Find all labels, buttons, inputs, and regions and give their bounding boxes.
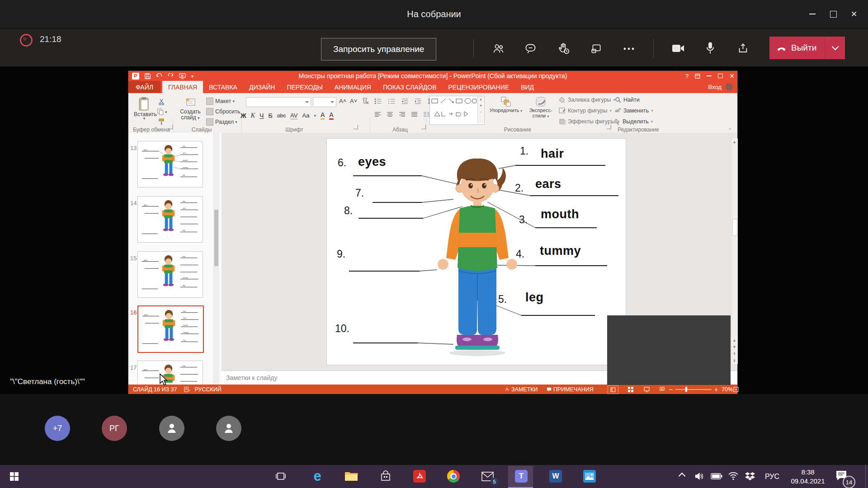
italic-button[interactable]: К xyxy=(251,112,255,119)
replace-button[interactable]: ab Заменить▾ xyxy=(615,108,653,114)
shape-fill-button[interactable]: Заливка фигуры▾ xyxy=(559,97,615,103)
redo-icon[interactable] xyxy=(168,73,174,79)
zoom-level[interactable]: 70% xyxy=(722,386,733,393)
tab-file[interactable]: ФАЙЛ xyxy=(128,81,160,93)
select-button[interactable]: Выделить▾ xyxy=(615,118,653,125)
grow-font-icon[interactable]: A˄ xyxy=(339,98,346,104)
change-case-button[interactable]: Аа xyxy=(302,112,309,119)
leave-options-chevron[interactable] xyxy=(825,37,845,59)
sign-in-link[interactable]: Вход xyxy=(708,84,722,90)
task-view-icon[interactable] xyxy=(274,469,288,483)
app-icon-edge[interactable]: e xyxy=(310,469,325,483)
participant-avatar[interactable] xyxy=(216,416,241,441)
app-icon-store[interactable] xyxy=(378,469,393,483)
minimize-button[interactable] xyxy=(802,5,823,23)
underline-button[interactable]: Ч xyxy=(259,112,264,119)
tab-home[interactable]: ГЛАВНАЯ xyxy=(162,81,203,93)
fit-to-window-icon[interactable] xyxy=(733,387,739,392)
app-icon-word[interactable]: W xyxy=(548,469,563,483)
slide-scrollbar-thumb[interactable] xyxy=(732,219,737,236)
leave-button[interactable]: Выйти xyxy=(769,37,825,59)
text-shadow-button[interactable]: abc xyxy=(277,113,286,119)
app-icon-file-explorer[interactable] xyxy=(344,469,359,483)
battery-icon[interactable] xyxy=(711,473,722,479)
clock[interactable]: 8:38 09.04.2021 xyxy=(788,468,827,486)
app-icon-acrobat[interactable] xyxy=(412,469,427,483)
close-button[interactable]: ✕ xyxy=(844,5,864,23)
new-slide-button[interactable]: Создать слайд ▾ xyxy=(177,96,203,129)
bold-button[interactable]: Ж xyxy=(241,112,246,119)
language-indicator[interactable]: РУССКИЙ xyxy=(194,386,221,393)
customize-qat-icon[interactable]: ▾ xyxy=(191,74,193,79)
tab-slideshow[interactable]: ПОКАЗ СЛАЙДОВ xyxy=(377,81,443,93)
zoom-in-icon[interactable]: + xyxy=(714,386,718,393)
normal-view-button[interactable] xyxy=(608,385,618,394)
show-desktop-divider[interactable] xyxy=(865,465,866,488)
strikethrough-button[interactable]: S xyxy=(268,112,272,119)
quick-styles-button[interactable]: Экспресс- стили ▾ xyxy=(526,96,555,119)
volume-icon[interactable] xyxy=(694,471,704,481)
paste-button[interactable]: Вставить ▾ xyxy=(134,96,155,129)
tab-insert[interactable]: ВСТАВКА xyxy=(203,81,243,93)
character-spacing-button[interactable]: AV xyxy=(290,112,297,119)
ribbon-display-icon[interactable] xyxy=(695,74,700,79)
app-icon-teams[interactable]: T xyxy=(514,469,528,483)
maximize-button[interactable] xyxy=(823,5,844,23)
chat-icon[interactable] xyxy=(524,42,537,55)
slide-thumbnail-15[interactable]: haireyestummyleg xyxy=(137,251,203,298)
ppt-close-icon[interactable]: ✕ xyxy=(729,72,735,80)
paragraph-dialog-launcher[interactable] xyxy=(421,125,426,129)
cut-icon[interactable] xyxy=(158,99,165,105)
copy-icon[interactable]: ▾ xyxy=(157,108,167,115)
shapes-gallery[interactable]: ▴▾⹀ xyxy=(429,96,485,125)
arrange-button[interactable]: Упорядочить ▾ xyxy=(488,96,524,113)
raise-hand-icon[interactable] xyxy=(557,42,570,55)
shrink-font-icon[interactable]: A˅ xyxy=(350,98,357,104)
save-icon[interactable] xyxy=(145,73,151,79)
font-color-button[interactable]: А xyxy=(329,111,333,120)
app-icon-chrome[interactable] xyxy=(446,469,461,483)
slide-nav-arrows[interactable]: ▲▼⇞⇟ xyxy=(732,337,736,364)
tab-animations[interactable]: АНИМАЦИЯ xyxy=(329,81,377,93)
undo-icon[interactable] xyxy=(156,73,162,79)
tray-hidden-icons-chevron[interactable] xyxy=(679,474,684,479)
format-painter-icon[interactable] xyxy=(158,118,165,125)
reading-view-icon[interactable] xyxy=(644,387,650,392)
tab-review[interactable]: РЕЦЕНЗИРОВАНИЕ xyxy=(442,81,515,93)
align-right-icon[interactable] xyxy=(399,112,406,117)
tab-design[interactable]: ДИЗАЙН xyxy=(243,81,281,93)
scroll-up-icon[interactable]: ▲ xyxy=(732,140,736,144)
ppt-minimize-icon[interactable] xyxy=(707,75,712,76)
slide-thumbnail-16-selected[interactable]: hairearsmouthtummyeyesleg xyxy=(137,305,204,353)
comments-toggle[interactable]: ПРИМЕЧАНИЯ xyxy=(547,385,594,394)
spellcheck-icon[interactable] xyxy=(184,386,190,392)
increase-indent-icon[interactable] xyxy=(415,98,421,104)
zoom-slider-thumb[interactable] xyxy=(685,387,687,392)
ppt-help-icon[interactable]: ? xyxy=(685,73,689,80)
camera-icon[interactable] xyxy=(672,43,684,54)
font-size-combobox[interactable] xyxy=(313,97,336,107)
font-dialog-launcher[interactable] xyxy=(354,125,358,129)
highlight-color-button[interactable]: А xyxy=(321,111,325,120)
account-avatar[interactable] xyxy=(725,83,733,91)
zoom-slider-track[interactable] xyxy=(675,389,712,390)
numbering-icon[interactable] xyxy=(388,98,395,104)
language-indicator[interactable]: РУС xyxy=(765,473,779,481)
wifi-icon[interactable] xyxy=(728,471,739,480)
clear-formatting-icon[interactable] xyxy=(362,98,369,104)
justify-icon[interactable] xyxy=(411,112,418,117)
app-icon-photos[interactable] xyxy=(582,469,597,483)
slide-thumbnail-17[interactable]: haireyes xyxy=(137,361,203,385)
align-left-icon[interactable] xyxy=(374,112,381,117)
zoom-out-icon[interactable]: − xyxy=(669,386,673,393)
tab-view[interactable]: ВИД xyxy=(515,81,540,93)
section-button[interactable]: Раздел▾ xyxy=(206,118,237,126)
decrease-indent-icon[interactable] xyxy=(401,98,408,104)
more-options-icon[interactable] xyxy=(623,47,635,51)
font-name-combobox[interactable] xyxy=(246,97,311,107)
participant-avatar[interactable] xyxy=(159,416,184,441)
participants-icon[interactable] xyxy=(492,42,505,55)
slide-sorter-view-icon[interactable] xyxy=(628,387,634,392)
shape-outline-button[interactable]: Контур фигуры▾ xyxy=(559,108,612,114)
breakout-rooms-icon[interactable] xyxy=(590,43,602,55)
